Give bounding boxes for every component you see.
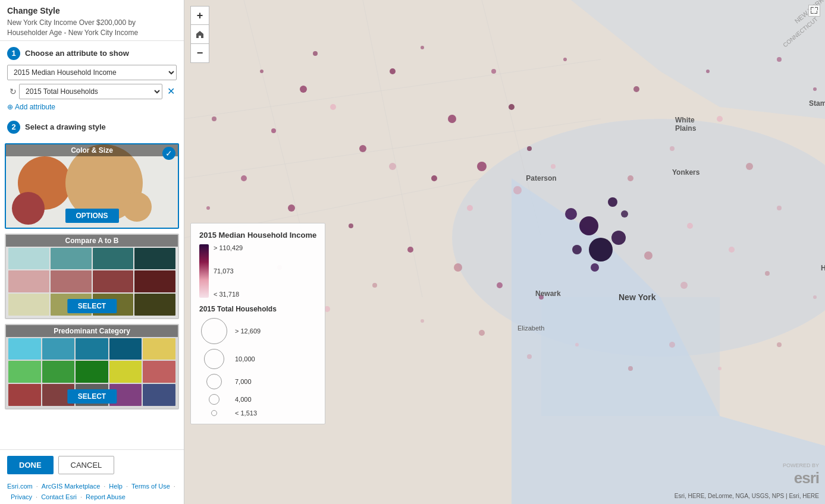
compare-cell xyxy=(93,248,134,270)
compare-ab-card[interactable]: Compare A to B SELECT xyxy=(5,234,179,319)
svg-point-28 xyxy=(288,204,295,212)
svg-point-62 xyxy=(421,319,424,323)
step1-label: Choose an attribute to show xyxy=(25,49,129,58)
legend-circle-label: < 1,513 xyxy=(235,410,257,417)
svg-text:Hicksville: Hicksville xyxy=(821,264,825,272)
compare-cell xyxy=(8,294,49,316)
color-size-card[interactable]: ✓ Color & Size OPTIONS xyxy=(5,143,179,229)
privacy-link[interactable]: Privacy xyxy=(11,493,32,500)
map-area: Paterson White Plains Stamford Yonkers N… xyxy=(184,0,825,504)
terms-link[interactable]: Terms of Use xyxy=(131,483,170,490)
svg-point-61 xyxy=(372,283,377,288)
income-min-label: < 31,718 xyxy=(214,291,243,298)
zoom-out-button[interactable]: − xyxy=(190,44,209,63)
compare-cell xyxy=(134,248,175,270)
svg-point-12 xyxy=(565,208,577,220)
add-attribute-link[interactable]: ⊕ Add attribute xyxy=(7,103,177,111)
cancel-button[interactable]: CANCEL xyxy=(58,456,115,474)
svg-text:Stamford: Stamford xyxy=(809,99,825,108)
report-link[interactable]: Report Abuse xyxy=(86,493,126,500)
legend-circle xyxy=(204,349,224,369)
compare-cell xyxy=(8,248,49,270)
svg-text:New York: New York xyxy=(619,292,656,302)
map-attribution: Esri, HERE, DeLorme, NGA, USGS, NPS | Es… xyxy=(675,493,819,499)
legend-circle-row: 7,000 xyxy=(199,374,316,389)
zoom-home-button[interactable] xyxy=(190,25,209,44)
zoom-in-button[interactable]: + xyxy=(190,6,209,25)
svg-point-25 xyxy=(477,162,487,171)
predom-cell xyxy=(42,361,75,383)
help-link[interactable]: Help xyxy=(109,483,123,490)
svg-point-42 xyxy=(746,163,753,170)
compare-cell xyxy=(93,270,134,292)
legend-households-title: 2015 Total Households xyxy=(199,305,316,313)
legend-circle xyxy=(209,394,219,405)
preview-circle-small-tan2 xyxy=(122,192,152,222)
attribute2-row: 2015 Total Households ✕ xyxy=(19,84,177,99)
svg-point-66 xyxy=(628,366,633,371)
marketplace-link[interactable]: ArcGIS Marketplace xyxy=(42,483,100,490)
refresh-icon[interactable]: ↻ xyxy=(7,86,19,97)
legend-circle-container xyxy=(199,349,229,369)
svg-point-46 xyxy=(680,282,688,289)
predominant-card[interactable]: Predominant Category SELECT xyxy=(5,324,179,410)
panel-footer: DONE CANCEL xyxy=(0,449,184,480)
attribute2-container: ↻ 2015 Total Households ✕ xyxy=(7,84,177,99)
legend-circle-label: 4,000 xyxy=(235,396,252,403)
legend-circle-container xyxy=(199,410,229,416)
contact-link[interactable]: Contact Esri xyxy=(41,493,77,500)
done-button[interactable]: DONE xyxy=(7,456,54,474)
legend-circle-container xyxy=(199,318,229,344)
svg-point-39 xyxy=(628,175,633,181)
predominant-select-button[interactable]: SELECT xyxy=(67,389,117,404)
svg-point-14 xyxy=(611,231,626,245)
color-size-options-button[interactable]: OPTIONS xyxy=(65,209,118,223)
esri-link[interactable]: Esri.com xyxy=(7,483,33,490)
compare-cell xyxy=(134,270,175,292)
step2-header: 2 Select a drawing style xyxy=(7,121,177,134)
svg-point-56 xyxy=(777,57,782,62)
legend-circles: > 12,60910,0007,0004,000< 1,513 xyxy=(199,318,316,417)
step1-section: 1 Choose an attribute to show 2015 Media… xyxy=(0,41,184,115)
income-mid-label: 71,073 xyxy=(214,267,243,275)
svg-point-67 xyxy=(669,342,675,348)
svg-point-26 xyxy=(527,146,532,151)
svg-point-15 xyxy=(572,245,582,254)
compare-ab-select-button[interactable]: SELECT xyxy=(67,299,117,313)
step2-label: Select a drawing style xyxy=(25,122,106,131)
predom-cell xyxy=(42,338,75,360)
predom-cell xyxy=(8,361,41,383)
svg-text:White: White xyxy=(675,116,695,124)
predom-cell xyxy=(143,384,175,406)
legend-income-title: 2015 Median Household Income xyxy=(199,231,316,240)
collapse-panel-arrow[interactable]: ◀ xyxy=(184,243,184,261)
svg-point-68 xyxy=(718,367,722,370)
attribute1-select[interactable]: 2015 Median Household Income xyxy=(7,65,177,80)
svg-point-40 xyxy=(670,146,675,151)
esri-attribution-container: POWERED BY esri xyxy=(783,462,819,487)
remove-attribute-icon[interactable]: ✕ xyxy=(165,86,177,97)
svg-point-52 xyxy=(491,69,496,74)
svg-point-69 xyxy=(777,342,782,347)
svg-point-20 xyxy=(448,115,456,123)
svg-point-35 xyxy=(389,163,396,170)
legend-circle xyxy=(211,410,217,416)
step2-badge: 2 xyxy=(7,121,20,134)
svg-point-51 xyxy=(421,46,424,49)
svg-point-36 xyxy=(467,205,473,211)
svg-point-49 xyxy=(260,70,264,73)
svg-point-34 xyxy=(330,104,336,110)
svg-point-16 xyxy=(591,263,599,272)
legend-circle xyxy=(201,318,227,344)
svg-point-13 xyxy=(589,238,613,262)
predom-cell xyxy=(109,338,142,360)
predom-cell xyxy=(76,338,108,360)
svg-point-30 xyxy=(407,247,413,253)
predom-cell xyxy=(8,384,41,406)
svg-point-45 xyxy=(644,251,653,260)
attribute2-select[interactable]: 2015 Total Households xyxy=(19,84,162,99)
attribute1-row: 2015 Median Household Income xyxy=(7,65,177,80)
svg-point-10 xyxy=(579,216,598,235)
svg-point-44 xyxy=(687,223,693,229)
expand-map-icon[interactable] xyxy=(808,5,820,17)
